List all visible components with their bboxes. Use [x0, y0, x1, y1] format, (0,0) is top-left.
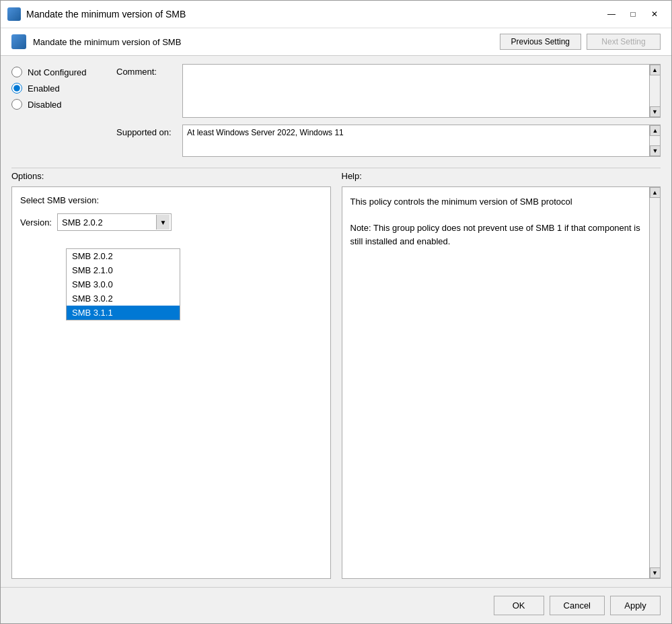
- help-scrollbar: ▲ ▼: [649, 187, 660, 578]
- radio-disabled-input[interactable]: [11, 99, 22, 110]
- dropdown-item-smb210[interactable]: SMB 2.1.0: [67, 263, 180, 277]
- options-panel: Select SMB version: Version: SMB 2.0.2 S…: [11, 186, 331, 579]
- comment-scroll-down[interactable]: ▼: [650, 106, 661, 117]
- supported-row: Supported on: At least Windows Server 20…: [116, 125, 661, 157]
- maximize-button[interactable]: □: [623, 6, 643, 22]
- right-section: Comment: ▲ ▼ Supported on: At least: [116, 64, 661, 157]
- version-row: Version: SMB 2.0.2 SMB 2.1.0 SMB 3.0.0 S…: [20, 213, 322, 231]
- next-setting-button[interactable]: Next Setting: [587, 34, 661, 50]
- footer: OK Cancel Apply: [1, 587, 671, 623]
- apply-button[interactable]: Apply: [610, 596, 661, 615]
- select-smb-title: Select SMB version:: [20, 195, 322, 205]
- supported-container: At least Windows Server 2022, Windows 11…: [182, 125, 661, 157]
- radio-not-configured[interactable]: Not Configured: [11, 67, 106, 77]
- radio-not-configured-label: Not Configured: [28, 67, 86, 77]
- options-section-title: Options:: [11, 171, 44, 181]
- comment-scroll-up[interactable]: ▲: [650, 65, 661, 75]
- ok-button[interactable]: OK: [494, 596, 544, 615]
- comment-textarea[interactable]: [182, 64, 650, 118]
- help-scroll-track: [650, 198, 660, 567]
- content-area: Not Configured Enabled Disabled Comment:: [1, 56, 671, 587]
- dropdown-list: SMB 2.0.2 SMB 2.1.0 SMB 3.0.0 SMB 3.0.2 …: [66, 248, 180, 320]
- window-icon: [7, 7, 21, 21]
- radio-enabled-input[interactable]: [11, 83, 22, 94]
- supported-scroll-up[interactable]: ▲: [650, 125, 661, 136]
- dropdown-item-smb311[interactable]: SMB 3.1.1: [67, 306, 180, 320]
- radio-enabled-label: Enabled: [28, 83, 60, 94]
- help-section-title: Help:: [342, 171, 362, 181]
- header-buttons: Previous Setting Next Setting: [500, 34, 661, 50]
- title-bar: Mandate the minimum version of SMB — □ ✕: [1, 1, 671, 28]
- dropdown-display[interactable]: SMB 2.0.2▼: [57, 213, 172, 231]
- comment-scrollbar: ▲ ▼: [650, 64, 661, 118]
- header-bar: Mandate the minimum version of SMB Previ…: [1, 28, 671, 56]
- help-line2: Note: This group policy does not prevent…: [350, 221, 652, 248]
- close-button[interactable]: ✕: [644, 6, 665, 22]
- radio-not-configured-input[interactable]: [11, 67, 22, 77]
- radio-disabled-label: Disabled: [28, 100, 62, 110]
- version-dropdown-wrapper: SMB 2.0.2 SMB 2.1.0 SMB 3.0.0 SMB 3.0.2 …: [57, 213, 172, 231]
- title-bar-controls: — □ ✕: [601, 6, 665, 22]
- help-scroll-down[interactable]: ▼: [650, 567, 661, 578]
- help-panel: This policy controls the minimum version…: [342, 186, 661, 579]
- main-window: Mandate the minimum version of SMB — □ ✕…: [0, 0, 672, 624]
- comment-row: Comment: ▲ ▼: [116, 64, 661, 118]
- radio-group: Not Configured Enabled Disabled: [11, 64, 106, 157]
- header-title: Mandate the minimum version of SMB: [33, 37, 493, 47]
- dropdown-item-smb302[interactable]: SMB 3.0.2: [67, 291, 180, 306]
- radio-enabled[interactable]: Enabled: [11, 83, 106, 94]
- top-section: Not Configured Enabled Disabled Comment:: [11, 64, 661, 157]
- supported-textarea: At least Windows Server 2022, Windows 11: [182, 125, 650, 157]
- comment-container: ▲ ▼: [182, 64, 661, 118]
- help-text: This policy controls the minimum version…: [350, 195, 652, 248]
- help-scroll-up[interactable]: ▲: [650, 187, 661, 198]
- main-panels: Select SMB version: Version: SMB 2.0.2 S…: [11, 186, 661, 579]
- supported-scrollbar: ▲ ▼: [650, 125, 661, 157]
- help-line1: This policy controls the minimum version…: [350, 195, 652, 209]
- window-title: Mandate the minimum version of SMB: [26, 9, 596, 20]
- cancel-button[interactable]: Cancel: [550, 596, 605, 615]
- supported-label: Supported on:: [116, 125, 177, 137]
- minimize-button[interactable]: —: [601, 6, 622, 22]
- dropdown-item-smb300[interactable]: SMB 3.0.0: [67, 277, 180, 291]
- supported-scroll-down[interactable]: ▼: [650, 145, 661, 156]
- header-icon: [11, 34, 26, 49]
- comment-label: Comment:: [116, 64, 177, 77]
- divider: [11, 168, 661, 168]
- radio-disabled[interactable]: Disabled: [11, 99, 106, 110]
- sections-row: Options: Help:: [11, 171, 661, 181]
- dropdown-item-smb202[interactable]: SMB 2.0.2: [67, 249, 180, 263]
- version-label: Version:: [20, 217, 52, 228]
- previous-setting-button[interactable]: Previous Setting: [500, 34, 581, 50]
